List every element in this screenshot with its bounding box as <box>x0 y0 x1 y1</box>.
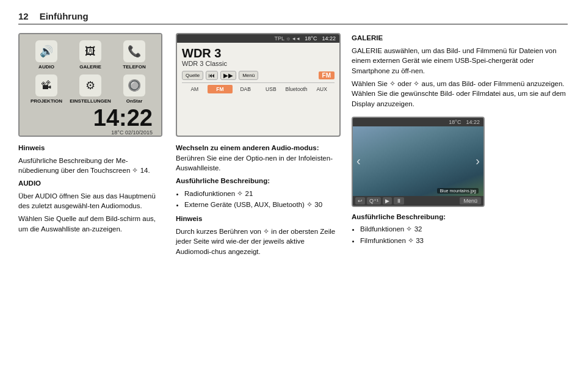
page-number: 12 <box>18 11 29 21</box>
right-column: GALERIE GALERIE auswählen, um das Bild- … <box>352 33 568 381</box>
hint-heading-left: Hinweis <box>18 143 165 153</box>
right-text-top: GALERIE GALERIE auswählen, um das Bild- … <box>352 33 568 112</box>
audio-icon: 🔊 <box>35 40 57 62</box>
page-title: Einführung <box>40 11 89 21</box>
radio-body: WDR 3 WDR 3 Classic Quelle ⏮ ▶▶ Menü FM … <box>177 43 339 136</box>
galerie-label: GALERIE <box>79 64 101 70</box>
middle-bullet-list: Radiofunktionen ✧ 21 Externe Geräte (USB… <box>184 189 341 210</box>
audio-text2: Wählen Sie Quelle auf dem Bild-schirm au… <box>18 214 165 234</box>
source-usb[interactable]: USB <box>258 85 284 93</box>
bullet-bild: Bildfunktionen ✧ 32 <box>360 224 568 234</box>
gallery-menu-btn[interactable]: Menü <box>460 197 481 205</box>
audio-text1: Über AUDIO öffnen Sie aus das Hauptmenü … <box>18 191 165 211</box>
gallery-bottom-bar: ↩ Q⁺¹ ▶ ⏸ Menü <box>353 196 483 206</box>
gallery-image-area: ‹ › Blue mountains.jpg <box>353 126 483 196</box>
middle-column: TPL ☼ ◂ ◂ 18°C 14:22 WDR 3 WDR 3 Classic… <box>176 33 341 381</box>
gallery-prev-arrow[interactable]: ‹ <box>356 154 361 168</box>
screen-icons-row2: 📽 PROJEKTION ⚙ EINSTELLUNGEN 🔘 OnStar <box>24 74 156 104</box>
middle-text-block: Wechseln zu einem anderen Audio-modus: B… <box>176 143 341 260</box>
screen-time: 14:22 <box>93 106 153 129</box>
page-header: 12 Einführung <box>18 11 568 24</box>
gallery-pause-btn[interactable]: ⏸ <box>394 197 404 205</box>
audio-heading: AUDIO <box>18 178 165 189</box>
source-bluetooth[interactable]: Bluetooth <box>284 85 309 93</box>
gallery-temp: 18°C <box>449 119 461 125</box>
radio-top-bar: TPL ☼ ◂ ◂ 18°C 14:22 <box>177 34 339 43</box>
screen-icon-einstellungen: ⚙ EINSTELLUNGEN <box>72 74 109 104</box>
screen-icon-telefon: 📞 TELEFON <box>116 40 153 70</box>
middle-hint2-heading: Hinweis <box>176 214 341 224</box>
radio-quelle-btn[interactable]: Quelle <box>182 71 203 80</box>
galerie-heading: GALERIE <box>352 33 568 43</box>
bullet-extern: Externe Geräte (USB, AUX, Bluetooth) ✧ 3… <box>184 200 341 210</box>
radio-screen-mockup: TPL ☼ ◂ ◂ 18°C 14:22 WDR 3 WDR 3 Classic… <box>176 33 341 137</box>
screen-icon-galerie: 🖼 GALERIE <box>72 40 109 70</box>
screen-icon-onstar: 🔘 OnStar <box>116 74 153 104</box>
telefon-icon: 📞 <box>123 40 145 62</box>
source-am[interactable]: AM <box>182 85 208 93</box>
gallery-play-btn[interactable]: ▶ <box>383 197 392 205</box>
gallery-next-arrow[interactable]: › <box>476 154 480 168</box>
radio-menu-btn[interactable]: Menü <box>239 71 258 80</box>
screen-time-area: 14:22 18°C 02/10/2015 <box>24 106 156 136</box>
page: 12 Einführung 🔊 AUDIO 🖼 GALERIE <box>0 0 586 392</box>
middle-detail-heading: Ausführliche Beschreibung: <box>176 176 341 186</box>
screen-icon-projektion: 📽 PROJEKTION <box>28 74 65 104</box>
telefon-label: TELEFON <box>123 64 145 70</box>
radio-prev-btn[interactable]: ⏮ <box>206 71 218 80</box>
middle-hint2-text: Durch kurzes Berühren von ✧ in der obers… <box>176 227 341 257</box>
radio-tune-btn[interactable]: ▶▶ <box>220 71 236 80</box>
source-aux[interactable]: AUX <box>309 85 335 93</box>
radio-temp: 18°C <box>305 35 317 42</box>
radio-station-name: WDR 3 <box>182 46 335 60</box>
middle-hint-heading: Wechseln zu einem anderen Audio-modus: B… <box>176 143 341 173</box>
gallery-screen-mockup: 18°C 14:22 ‹ › Blue mountains.jpg ↩ Q⁺¹ … <box>352 117 485 207</box>
screen-home-content: 🔊 AUDIO 🖼 GALERIE 📞 TELEFON <box>20 34 161 136</box>
gallery-zoom-btn[interactable]: Q⁺¹ <box>367 197 381 205</box>
bullet-film: Filmfunktionen ✧ 33 <box>360 236 568 246</box>
right-text-bottom: Ausführliche Beschreibung: Bildfunktione… <box>352 212 568 247</box>
source-fm[interactable]: FM <box>208 85 233 93</box>
audio-label: AUDIO <box>38 64 54 70</box>
source-dab[interactable]: DAB <box>233 85 258 93</box>
radio-controls: Quelle ⏮ ▶▶ Menü FM <box>182 71 335 80</box>
onstar-icon: 🔘 <box>123 74 145 96</box>
galerie-icon: 🖼 <box>79 40 101 62</box>
radio-top-icons: TPL ☼ ◂ ◂ <box>274 35 300 42</box>
hint-text-left: Ausführliche Beschreibung der Me-nübedie… <box>18 156 165 176</box>
gallery-top-bar: 18°C 14:22 <box>353 118 483 126</box>
radio-source-row: AM FM DAB USB Bluetooth AUX <box>182 82 335 93</box>
home-screen-mockup: 🔊 AUDIO 🖼 GALERIE 📞 TELEFON <box>18 33 162 137</box>
screen-icons-row1: 🔊 AUDIO 🖼 GALERIE 📞 TELEFON <box>24 40 156 70</box>
bullet-radio: Radiofunktionen ✧ 21 <box>184 189 341 199</box>
onstar-label: OnStar <box>126 98 143 104</box>
galerie-text2: Wählen Sie ✧ oder ✧ aus, um das Bild- od… <box>352 79 568 109</box>
radio-time: 14:22 <box>322 35 336 42</box>
einstellungen-label: EINSTELLUNGEN <box>70 98 111 104</box>
galerie-text1: GALERIE auswählen, um das Bild- und Film… <box>352 46 568 76</box>
einstellungen-icon: ⚙ <box>79 74 101 96</box>
gallery-back-btn[interactable]: ↩ <box>355 197 365 205</box>
projektion-icon: 📽 <box>35 74 57 96</box>
radio-station-sub: WDR 3 Classic <box>182 60 335 67</box>
screen-icon-audio: 🔊 AUDIO <box>28 40 65 70</box>
main-content: 🔊 AUDIO 🖼 GALERIE 📞 TELEFON <box>18 33 568 381</box>
gallery-filename: Blue mountains.jpg <box>437 188 479 194</box>
gallery-time: 14:22 <box>466 119 480 125</box>
right-detail-heading: Ausführliche Beschreibung: <box>352 212 568 222</box>
projektion-label: PROJEKTION <box>31 98 62 104</box>
right-bullet-list: Bildfunktionen ✧ 32 Filmfunktionen ✧ 33 <box>360 224 568 245</box>
screen-date: 18°C 02/10/2015 <box>111 129 153 136</box>
radio-fm-badge: FM <box>319 71 335 79</box>
left-text-block: Hinweis Ausführliche Beschreibung der Me… <box>18 143 165 236</box>
left-column: 🔊 AUDIO 🖼 GALERIE 📞 TELEFON <box>18 33 165 381</box>
